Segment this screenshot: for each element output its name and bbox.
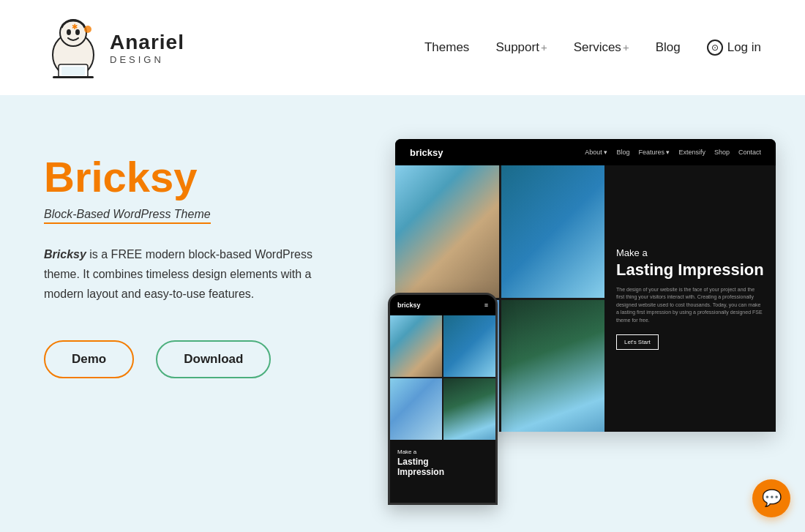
svg-rect-7 bbox=[61, 67, 85, 75]
nav-services-plus: + bbox=[623, 41, 629, 53]
login-icon: ⊙ bbox=[707, 40, 723, 56]
hero-subtitle: Block-Based WordPress Theme bbox=[44, 208, 211, 224]
hero-brand-name: Bricksy bbox=[44, 248, 86, 261]
desktop-hero-text: Make a Lasting Impression The design of … bbox=[604, 165, 776, 432]
desktop-nav-links: About ▾ Blog Features ▾ Extensify Shop C… bbox=[585, 149, 761, 156]
chat-button[interactable]: 💬 bbox=[752, 479, 790, 517]
login-button[interactable]: ⊙ Log in bbox=[707, 40, 761, 56]
desktop-make-text: Make a bbox=[616, 247, 764, 258]
lets-start-button[interactable]: Let's Start bbox=[616, 334, 659, 350]
logo[interactable]: ✱ Anariel DESIGN bbox=[44, 15, 184, 80]
hero-section: Bricksy Block-Based WordPress Theme Bric… bbox=[0, 95, 805, 532]
download-button[interactable]: Download bbox=[156, 340, 271, 378]
mobile-menu-icon: ≡ bbox=[484, 301, 488, 309]
desktop-logo: bricksy bbox=[410, 147, 443, 158]
hero-content: Bricksy Block-Based WordPress Theme Bric… bbox=[44, 139, 351, 378]
logo-svg: ✱ bbox=[44, 15, 102, 80]
svg-text:✱: ✱ bbox=[72, 23, 78, 31]
hero-title: Bricksy bbox=[44, 154, 351, 201]
mobile-images bbox=[390, 315, 495, 440]
mobile-mockup: bricksy ≡ Make a LastingImpression bbox=[388, 293, 498, 505]
mobile-caption-lasting: LastingImpression bbox=[397, 457, 488, 478]
demo-button[interactable]: Demo bbox=[44, 340, 134, 378]
hero-buttons: Demo Download bbox=[44, 340, 351, 378]
logo-text-block: Anariel DESIGN bbox=[110, 31, 184, 65]
nav-services[interactable]: Services+ bbox=[574, 40, 629, 55]
desktop-navbar: bricksy About ▾ Blog Features ▾ Extensif… bbox=[395, 139, 776, 165]
nav-support[interactable]: Support+ bbox=[495, 40, 547, 55]
image-tropical bbox=[501, 300, 605, 432]
desktop-desc-text: The design of your website is the face o… bbox=[616, 286, 764, 325]
mobile-caption-make: Make a bbox=[397, 449, 488, 455]
mobile-image-3 bbox=[390, 378, 442, 440]
mobile-image-1 bbox=[390, 315, 442, 377]
svg-point-8 bbox=[84, 26, 91, 33]
image-beach bbox=[395, 165, 499, 298]
svg-rect-6 bbox=[53, 76, 94, 78]
site-header: ✱ Anariel DESIGN Themes Support+ Service… bbox=[0, 0, 805, 95]
image-pool bbox=[501, 165, 605, 298]
svg-point-2 bbox=[67, 29, 71, 35]
nav-blog[interactable]: Blog bbox=[656, 40, 681, 55]
desktop-lasting-text: Lasting Impression bbox=[616, 261, 764, 279]
chat-icon: 💬 bbox=[762, 489, 782, 508]
hero-screenshot-area: bricksy About ▾ Blog Features ▾ Extensif… bbox=[381, 139, 761, 505]
mobile-navbar: bricksy ≡ bbox=[390, 295, 495, 315]
mobile-image-4 bbox=[443, 378, 495, 440]
nav-support-plus: + bbox=[541, 41, 547, 53]
main-nav: Themes Support+ Services+ Blog ⊙ Log in bbox=[424, 40, 761, 56]
mobile-image-2 bbox=[443, 315, 495, 377]
nav-themes[interactable]: Themes bbox=[424, 40, 469, 55]
hero-description: Bricksy is a FREE modern block-based Wor… bbox=[44, 244, 351, 304]
mobile-logo: bricksy bbox=[397, 301, 421, 309]
mobile-hero-caption: Make a LastingImpression bbox=[390, 440, 495, 505]
